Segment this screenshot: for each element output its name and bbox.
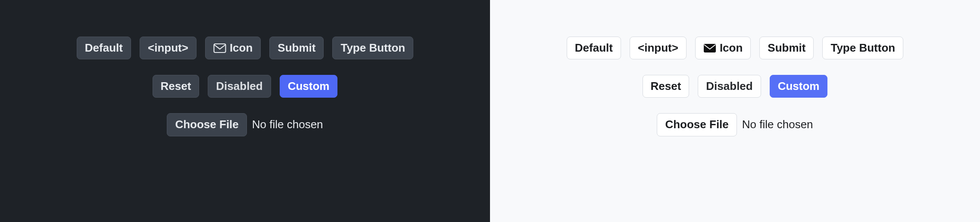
dark-theme-panel: Default <input> Icon Submit Type Button … (0, 0, 490, 222)
icon-button[interactable]: Icon (695, 37, 751, 59)
submit-button[interactable]: Submit (759, 37, 814, 59)
button-row-1: Default <input> Icon Submit Type Button (77, 37, 413, 59)
custom-button[interactable]: Custom (770, 75, 828, 98)
choose-file-button[interactable]: Choose File (657, 113, 737, 136)
reset-button[interactable]: Reset (643, 75, 690, 98)
svg-rect-0 (214, 44, 225, 52)
type-button[interactable]: Type Button (822, 37, 903, 59)
file-status-label: No file chosen (742, 118, 813, 131)
icon-button-label: Icon (720, 41, 743, 55)
file-status-label: No file chosen (252, 118, 323, 131)
button-row-1: Default <input> Icon Submit Type Button (567, 37, 903, 59)
button-row-2: Reset Disabled Custom (153, 75, 338, 98)
icon-button-label: Icon (230, 41, 253, 55)
input-button[interactable]: <input> (630, 37, 687, 59)
type-button[interactable]: Type Button (332, 37, 413, 59)
default-button[interactable]: Default (567, 37, 621, 59)
input-button[interactable]: <input> (140, 37, 197, 59)
svg-rect-1 (704, 44, 716, 52)
envelope-icon (703, 43, 716, 53)
reset-button[interactable]: Reset (153, 75, 200, 98)
button-row-2: Reset Disabled Custom (643, 75, 828, 98)
disabled-button: Disabled (208, 75, 271, 98)
file-input-row: Choose File No file chosen (657, 113, 813, 136)
file-input-row: Choose File No file chosen (167, 113, 323, 136)
submit-button[interactable]: Submit (269, 37, 324, 59)
custom-button[interactable]: Custom (280, 75, 338, 98)
light-theme-panel: Default <input> Icon Submit Type Button … (490, 0, 980, 222)
disabled-button: Disabled (698, 75, 761, 98)
icon-button[interactable]: Icon (205, 37, 261, 59)
envelope-icon (213, 43, 226, 53)
default-button[interactable]: Default (77, 37, 131, 59)
choose-file-button[interactable]: Choose File (167, 113, 247, 136)
